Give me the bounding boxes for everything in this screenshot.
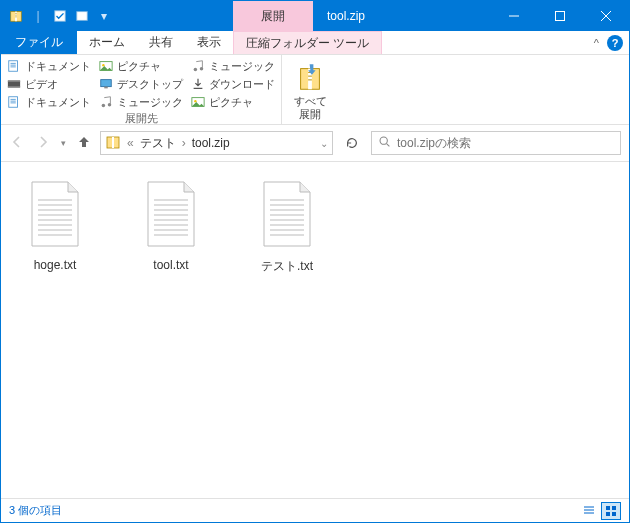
file-item[interactable]: tool.txt [131, 180, 211, 272]
svg-rect-25 [9, 97, 18, 108]
svg-rect-70 [612, 506, 616, 510]
dest-pictures-2[interactable]: ピクチャ [191, 93, 275, 111]
qat-separator: | [29, 7, 47, 25]
dest-downloads[interactable]: ダウンロード [191, 75, 275, 93]
nav-buttons: ▾ [9, 134, 92, 153]
file-label: tool.txt [153, 258, 188, 272]
quick-access-toolbar: | ▾ [1, 1, 113, 31]
svg-point-30 [108, 103, 112, 107]
text-file-icon [260, 180, 314, 248]
tab-view[interactable]: 表示 [185, 31, 233, 54]
svg-rect-20 [8, 81, 20, 82]
breadcrumb-root[interactable]: テスト [140, 135, 176, 152]
nav-row: ▾ « テスト › tool.zip ⌄ [1, 125, 629, 161]
explorer-window: | ▾ 展開 tool.zip ファイル ホーム 共有 表示 圧縮フォルダー ツ… [0, 0, 630, 523]
file-list[interactable]: hoge.txt tool.txt テスト.txt [1, 161, 629, 498]
extract-all-button[interactable]: すべて展開 [282, 55, 338, 124]
ribbon: ドキュメント ピクチャ ミュージック ビデオ デスクトップ ダウンロード ドキュ… [1, 55, 629, 125]
address-bar[interactable]: « テスト › tool.zip ⌄ [100, 131, 333, 155]
svg-point-18 [200, 67, 204, 71]
file-item[interactable]: hoge.txt [15, 180, 95, 272]
dest-documents-1[interactable]: ドキュメント [7, 57, 91, 75]
window-controls [491, 1, 629, 31]
svg-point-40 [380, 137, 387, 144]
tab-share[interactable]: 共有 [137, 31, 185, 54]
status-bar: 3 個の項目 [1, 498, 629, 522]
ribbon-group-extract-to: ドキュメント ピクチャ ミュージック ビデオ デスクトップ ダウンロード ドキュ… [1, 55, 282, 124]
svg-rect-22 [101, 80, 112, 87]
title-bar: | ▾ 展開 tool.zip [1, 1, 629, 31]
ribbon-group-label-dest: 展開先 [7, 111, 275, 126]
svg-point-29 [102, 104, 106, 108]
dest-desktop[interactable]: デスクトップ [99, 75, 183, 93]
svg-rect-69 [606, 506, 610, 510]
qat-dropdown[interactable] [73, 7, 91, 25]
up-button[interactable] [76, 134, 92, 153]
search-box[interactable] [371, 131, 621, 155]
zip-icon [7, 7, 25, 25]
file-label: hoge.txt [34, 258, 77, 272]
svg-rect-23 [104, 87, 108, 89]
dest-documents-2[interactable]: ドキュメント [7, 93, 91, 111]
svg-rect-71 [606, 512, 610, 516]
recent-dropdown[interactable]: ▾ [61, 138, 66, 148]
qat-checkbox[interactable] [51, 7, 69, 25]
extract-all-label: すべて展開 [294, 95, 327, 120]
svg-rect-21 [8, 86, 20, 87]
address-dropdown[interactable]: ⌄ [320, 138, 328, 149]
svg-rect-6 [77, 12, 88, 21]
breadcrumb-prefix: « [127, 136, 134, 150]
maximize-button[interactable] [537, 1, 583, 31]
svg-point-17 [194, 68, 198, 72]
qat-overflow[interactable]: ▾ [95, 7, 113, 25]
file-item[interactable]: テスト.txt [247, 180, 327, 275]
address-zip-icon [105, 134, 121, 153]
svg-point-32 [194, 100, 196, 102]
text-file-icon [144, 180, 198, 248]
breadcrumb-current[interactable]: tool.zip [192, 136, 230, 150]
minimize-button[interactable] [491, 1, 537, 31]
dest-pictures-1[interactable]: ピクチャ [99, 57, 183, 75]
close-button[interactable] [583, 1, 629, 31]
refresh-button[interactable] [341, 132, 363, 154]
window-title: tool.zip [313, 1, 491, 31]
view-details-button[interactable] [579, 502, 599, 520]
dest-videos[interactable]: ビデオ [7, 75, 91, 93]
help-icon[interactable]: ? [607, 35, 623, 51]
breadcrumb-sep[interactable]: › [182, 136, 186, 150]
tab-file[interactable]: ファイル [1, 31, 77, 54]
collapse-ribbon-icon[interactable]: ^ [594, 37, 599, 49]
context-tab-header: 展開 [233, 1, 313, 31]
status-item-count: 3 個の項目 [9, 503, 62, 518]
svg-rect-72 [612, 512, 616, 516]
tab-compressed-tools[interactable]: 圧縮フォルダー ツール [233, 31, 382, 54]
svg-line-41 [387, 144, 390, 147]
search-input[interactable] [397, 136, 614, 150]
ribbon-tabs: ファイル ホーム 共有 表示 圧縮フォルダー ツール ^ ? [1, 31, 629, 55]
dest-music-2[interactable]: ミュージック [99, 93, 183, 111]
view-toggle [579, 502, 621, 520]
search-icon [378, 135, 391, 151]
file-label: テスト.txt [261, 258, 313, 275]
view-icons-button[interactable] [601, 502, 621, 520]
svg-rect-39 [112, 137, 114, 148]
dest-music-1[interactable]: ミュージック [191, 57, 275, 75]
text-file-icon [28, 180, 82, 248]
svg-point-16 [102, 64, 104, 66]
tab-home[interactable]: ホーム [77, 31, 137, 54]
back-button[interactable] [9, 134, 25, 153]
svg-rect-8 [556, 12, 565, 21]
svg-rect-11 [9, 61, 18, 72]
forward-button[interactable] [35, 134, 51, 153]
